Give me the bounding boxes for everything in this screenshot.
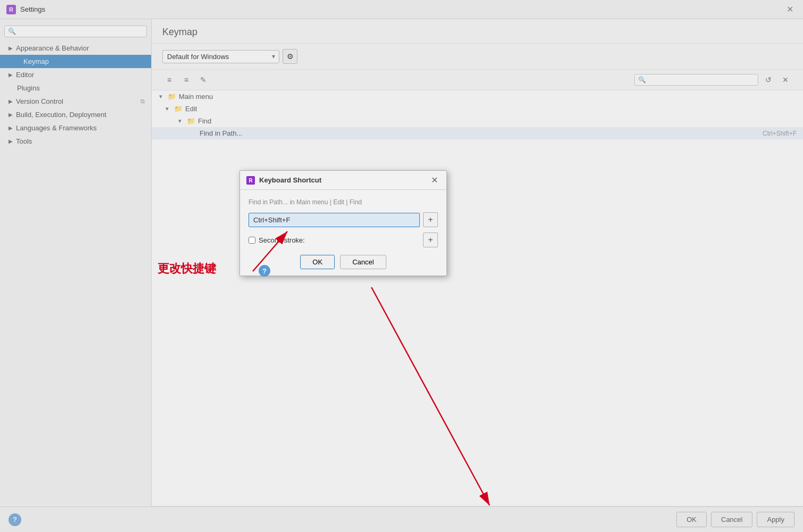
dialog-app-icon: R — [246, 176, 255, 185]
second-stroke-label: Second stroke: — [259, 236, 420, 244]
dialog-titlebar: R Keyboard Shortcut ✕ — [240, 171, 446, 190]
dialog-ok-button[interactable]: OK — [300, 255, 335, 269]
add-second-stroke-button[interactable]: + — [423, 232, 438, 247]
dialog-close-button[interactable]: ✕ — [429, 175, 440, 185]
svg-text:R: R — [249, 178, 253, 184]
second-stroke-row: Second stroke: + — [249, 232, 438, 247]
keyboard-shortcut-dialog: R Keyboard Shortcut ✕ Find in Path... in… — [239, 170, 447, 276]
dialog-subtitle: Find in Path... in Main menu | Edit | Fi… — [249, 198, 438, 206]
dialog-title-text: Keyboard Shortcut — [259, 176, 321, 184]
add-shortcut-button[interactable]: + — [423, 212, 438, 227]
dialog-buttons: OK Cancel — [249, 255, 438, 269]
dialog-action-name: Find in Path... — [249, 198, 288, 206]
dialog-title-left: R Keyboard Shortcut — [246, 176, 321, 185]
shortcut-input[interactable] — [249, 213, 420, 227]
dialog-action-path: in Main menu | Edit | Find — [289, 198, 362, 206]
dialog-cancel-button[interactable]: Cancel — [340, 255, 386, 269]
dialog-body: Find in Path... in Main menu | Edit | Fi… — [240, 190, 446, 276]
shortcut-input-row: + — [249, 212, 438, 227]
second-stroke-checkbox[interactable] — [249, 237, 255, 244]
